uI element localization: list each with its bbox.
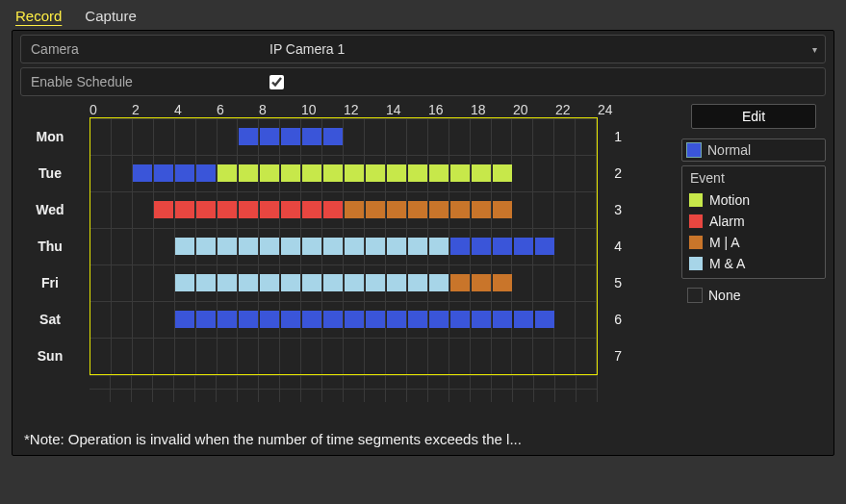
day-number: 1 (614, 129, 622, 144)
swatch-ma-icon (688, 235, 704, 250)
legend-alarm-label: Alarm (709, 214, 745, 229)
tab-record[interactable]: Record (15, 8, 62, 24)
day-label: Sun (21, 348, 79, 364)
day-row-thu[interactable]: Thu4 (90, 228, 597, 265)
schedule-segment[interactable] (133, 164, 218, 182)
legend-m-and-a[interactable]: M & A (682, 253, 825, 274)
schedule-segment[interactable] (450, 238, 556, 255)
legend-ma-label: M | A (709, 235, 740, 250)
day-number: 5 (614, 275, 622, 290)
legend-normal[interactable]: Normal (681, 139, 826, 162)
day-label: Sat (21, 312, 79, 327)
schedule-segment[interactable] (239, 128, 345, 145)
camera-select[interactable]: IP Camera 1 ▾ (262, 38, 825, 61)
settings-panel: Camera IP Camera 1 ▾ Enable Schedule 024… (12, 30, 834, 456)
chevron-down-icon: ▾ (812, 44, 817, 55)
enable-schedule-checkbox[interactable] (269, 75, 284, 89)
tabs: Record Capture (12, 6, 834, 30)
legend-motion[interactable]: Motion (682, 189, 825, 211)
camera-value: IP Camera 1 (269, 41, 345, 57)
schedule-segment[interactable] (175, 274, 450, 291)
schedule-grid: 024681012141618202224 Mon1Tue2Wed3Thu4Fr… (20, 102, 672, 402)
day-row-mon[interactable]: Mon1 (90, 118, 597, 155)
schedule-segment[interactable] (175, 311, 556, 328)
footer-note: *Note: Operation is invalid when the num… (20, 402, 826, 451)
hour-tick: 14 (386, 102, 428, 117)
camera-label: Camera (21, 36, 262, 63)
legend-normal-label: Normal (707, 142, 751, 158)
day-label: Mon (21, 129, 79, 144)
hour-tick: 6 (217, 102, 259, 117)
legend-alarm[interactable]: Alarm (682, 211, 825, 232)
schedule-segment[interactable] (218, 164, 514, 182)
tab-capture[interactable]: Capture (85, 8, 136, 24)
day-row-sat[interactable]: Sat6 (90, 301, 597, 338)
legend-motion-label: Motion (709, 192, 750, 208)
swatch-alarm-icon (688, 214, 704, 229)
day-number: 4 (614, 239, 622, 254)
hour-tick: 12 (344, 102, 386, 117)
schedule-segment[interactable] (345, 201, 514, 218)
hours-header: 024681012141618202224 (20, 102, 672, 117)
day-row-sun[interactable]: Sun7 (90, 338, 597, 374)
legend-event-title: Event (682, 166, 825, 189)
day-number: 2 (614, 165, 622, 181)
day-label: Tue (21, 165, 79, 181)
swatch-manda-icon (688, 256, 704, 271)
day-label: Fri (21, 275, 79, 290)
hour-tick: 20 (513, 102, 555, 117)
day-label: Thu (21, 239, 79, 254)
day-row-fri[interactable]: Fri5 (90, 265, 597, 301)
swatch-motion-icon (688, 192, 704, 208)
hour-tick: 8 (259, 102, 301, 117)
legend-none[interactable]: None (681, 285, 826, 306)
legend-none-label: None (708, 288, 740, 303)
enable-label: Enable Schedule (21, 68, 262, 95)
hour-tick: 2 (132, 102, 174, 117)
day-label: Wed (21, 202, 79, 217)
hour-tick: 4 (174, 102, 217, 117)
hour-tick: 22 (555, 102, 598, 117)
legend-side: Edit Normal Event Motion Alarm M | A (681, 102, 826, 402)
schedule-segment[interactable] (154, 201, 345, 218)
day-row-wed[interactable]: Wed3 (90, 191, 597, 228)
swatch-normal-icon (686, 142, 702, 158)
hour-tick: 18 (471, 102, 513, 117)
legend-manda-label: M & A (709, 256, 745, 271)
day-number: 7 (614, 348, 622, 364)
day-number: 3 (614, 202, 622, 217)
hour-tick: 16 (428, 102, 471, 117)
swatch-none-icon (687, 288, 703, 303)
schedule-segment[interactable] (175, 238, 450, 255)
schedule-segment[interactable] (450, 274, 514, 291)
hour-tick: 24 (598, 102, 640, 117)
edit-button[interactable]: Edit (691, 104, 816, 129)
legend-event-box: Event Motion Alarm M | A M & A (681, 165, 826, 279)
hour-tick: 10 (301, 102, 344, 117)
hour-tick: 0 (90, 102, 132, 117)
enable-row: Enable Schedule (20, 67, 826, 96)
legend-m-or-a[interactable]: M | A (682, 232, 825, 253)
day-row-tue[interactable]: Tue2 (90, 155, 597, 191)
day-number: 6 (614, 312, 622, 327)
camera-row: Camera IP Camera 1 ▾ (20, 35, 826, 63)
